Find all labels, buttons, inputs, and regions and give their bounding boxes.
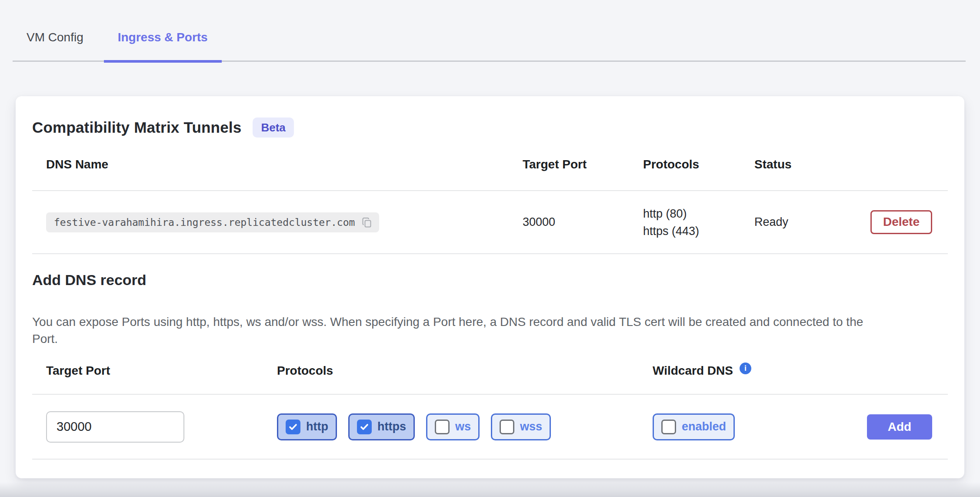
form-row: http https ws wss bbox=[32, 395, 948, 460]
card-title-row: Compatibility Matrix Tunnels Beta bbox=[32, 116, 948, 139]
description-line-2: Port. bbox=[32, 332, 58, 346]
description-line-1: You can expose Ports using http, https, … bbox=[32, 315, 863, 329]
status-cell: Ready bbox=[754, 215, 863, 229]
wildcard-enabled-chip[interactable]: enabled bbox=[653, 413, 735, 440]
table-row: festive-varahamihira.ingress.replicatedc… bbox=[32, 191, 948, 254]
ws-checkbox-unchecked-icon[interactable] bbox=[435, 420, 450, 434]
bottom-fade bbox=[0, 482, 980, 497]
tab-vm-config-label: VM Config bbox=[27, 30, 83, 44]
dns-name-pill: festive-varahamihira.ingress.replicatedc… bbox=[46, 212, 379, 232]
protocol-chip-https-label: https bbox=[377, 420, 406, 433]
target-port-input[interactable] bbox=[46, 411, 184, 443]
add-dns-record-description: You can expose Ports using http, https, … bbox=[32, 313, 948, 347]
wildcard-and-add-cell: enabled Add bbox=[653, 413, 948, 440]
tunnels-card: Compatibility Matrix Tunnels Beta DNS Na… bbox=[16, 96, 964, 478]
protocol-chip-http[interactable]: http bbox=[277, 413, 337, 440]
protocol-line-http: http (80) bbox=[643, 205, 754, 222]
tab-ingress-ports[interactable]: Ingress & Ports bbox=[104, 0, 222, 63]
add-button[interactable]: Add bbox=[867, 414, 932, 440]
form-labels-row: Target Port Protocols Wildcard DNS i bbox=[32, 347, 948, 395]
delete-button[interactable]: Delete bbox=[870, 210, 932, 234]
tab-ingress-ports-label: Ingress & Ports bbox=[118, 30, 208, 44]
protocol-chip-https[interactable]: https bbox=[348, 413, 415, 440]
form-label-protocols: Protocols bbox=[277, 364, 653, 378]
col-header-status: Status bbox=[754, 158, 863, 171]
target-port-cell: 30000 bbox=[523, 215, 643, 229]
col-header-target-port: Target Port bbox=[523, 158, 643, 171]
wss-checkbox-unchecked-icon[interactable] bbox=[500, 420, 514, 434]
add-dns-record-heading: Add DNS record bbox=[32, 272, 948, 292]
http-checkbox-checked-icon[interactable] bbox=[286, 420, 300, 434]
table-header-row: DNS Name Target Port Protocols Status bbox=[32, 139, 948, 191]
dns-name-cell: festive-varahamihira.ingress.replicatedc… bbox=[32, 212, 523, 232]
protocol-chip-http-label: http bbox=[306, 420, 328, 433]
protocol-line-https: https (443) bbox=[643, 222, 754, 240]
tab-bar: VM Config Ingress & Ports bbox=[13, 0, 966, 62]
beta-badge: Beta bbox=[253, 118, 293, 138]
protocols-cell: http (80) https (443) bbox=[643, 205, 754, 240]
https-checkbox-checked-icon[interactable] bbox=[357, 420, 372, 434]
protocol-chip-wss[interactable]: wss bbox=[491, 413, 551, 440]
page: VM Config Ingress & Ports Compatibility … bbox=[0, 0, 980, 497]
col-header-dns-name: DNS Name bbox=[32, 158, 523, 171]
actions-cell: Delete bbox=[863, 210, 948, 234]
enabled-checkbox-unchecked-icon[interactable] bbox=[661, 420, 676, 434]
card-title: Compatibility Matrix Tunnels bbox=[32, 119, 241, 136]
target-port-field-cell bbox=[32, 411, 277, 443]
protocol-chip-ws-label: ws bbox=[455, 420, 471, 433]
form-label-target-port: Target Port bbox=[32, 364, 277, 378]
info-icon[interactable]: i bbox=[740, 363, 751, 374]
form-label-wildcard-dns: Wildcard DNS i bbox=[653, 363, 948, 379]
dns-name-text: festive-varahamihira.ingress.replicatedc… bbox=[54, 217, 355, 228]
wildcard-enabled-label: enabled bbox=[682, 420, 726, 433]
protocol-chip-ws[interactable]: ws bbox=[426, 413, 480, 440]
col-header-protocols: Protocols bbox=[643, 158, 754, 171]
wildcard-dns-label-text: Wildcard DNS bbox=[653, 364, 733, 378]
tab-vm-config[interactable]: VM Config bbox=[13, 0, 97, 60]
protocol-chip-wss-label: wss bbox=[520, 420, 542, 433]
copy-icon[interactable] bbox=[361, 216, 373, 228]
protocol-chips: http https ws wss bbox=[277, 413, 653, 440]
